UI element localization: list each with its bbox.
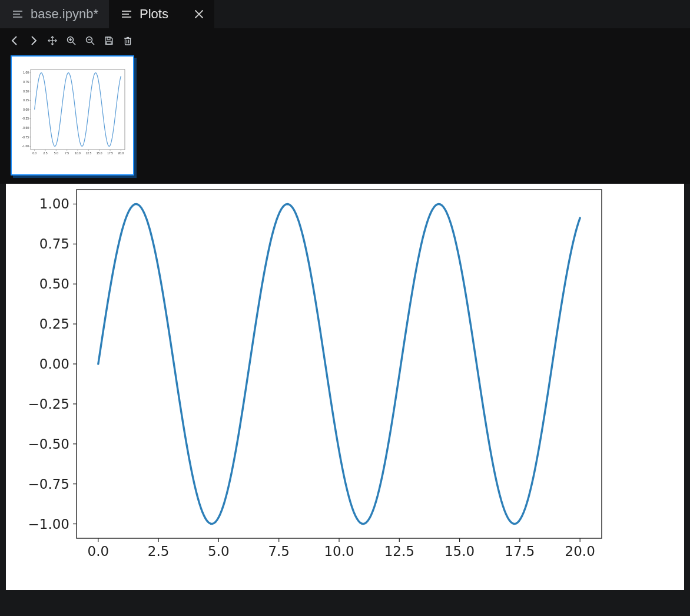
previous-plot-button[interactable]: [8, 34, 21, 47]
tab-bar: base.ipynb* Plots: [0, 0, 690, 28]
pan-button[interactable]: [46, 34, 59, 47]
zoom-in-button[interactable]: [65, 34, 78, 47]
svg-text:0.50: 0.50: [23, 90, 29, 93]
y-tick-label: −1.00: [28, 516, 69, 532]
svg-text:12.5: 12.5: [85, 151, 91, 155]
line-chart: 1.000.750.500.250.00−0.25−0.50−0.75−1.00…: [6, 184, 684, 590]
svg-text:10.0: 10.0: [75, 151, 81, 155]
svg-rect-24: [31, 69, 125, 150]
next-plot-button[interactable]: [27, 34, 40, 47]
y-tick-label: 0.00: [39, 356, 69, 372]
x-tick-label: 17.5: [505, 544, 535, 559]
x-tick-label: 5.0: [208, 544, 230, 559]
svg-text:17.5: 17.5: [107, 151, 113, 155]
y-tick-label: 0.50: [39, 276, 69, 292]
plots-window: base.ipynb* Plots: [0, 0, 690, 616]
plot-thumbnails-panel: 1.000.750.500.250.00-0.25-0.50-0.75-1.00…: [0, 52, 690, 184]
lines-icon: [122, 10, 132, 18]
x-tick-label: 10.0: [324, 544, 354, 559]
svg-rect-19: [125, 38, 131, 45]
svg-text:0.75: 0.75: [23, 80, 29, 84]
tab-label: base.ipynb*: [31, 6, 98, 22]
plot-thumbnail[interactable]: 1.000.750.500.250.00-0.25-0.50-0.75-1.00…: [11, 55, 134, 175]
y-tick-label: −0.50: [28, 436, 69, 452]
y-tick-label: −0.25: [28, 396, 69, 412]
svg-rect-18: [107, 41, 111, 44]
delete-button[interactable]: [121, 34, 134, 47]
y-tick-label: 0.25: [39, 316, 69, 332]
tab-label: Plots: [140, 6, 168, 22]
svg-line-15: [92, 42, 95, 45]
plots-toolbar: [0, 28, 690, 52]
svg-text:-0.50: -0.50: [22, 126, 29, 130]
svg-rect-61: [77, 190, 602, 538]
svg-text:1.00: 1.00: [23, 71, 29, 74]
svg-text:0.0: 0.0: [32, 151, 37, 155]
y-tick-label: 1.00: [39, 196, 69, 211]
svg-text:20.0: 20.0: [118, 151, 124, 155]
svg-text:-1.00: -1.00: [22, 144, 29, 148]
save-button[interactable]: [102, 34, 115, 47]
data-line: [98, 204, 580, 524]
svg-text:5.0: 5.0: [54, 151, 58, 155]
close-icon[interactable]: [194, 9, 204, 19]
svg-text:0.00: 0.00: [23, 108, 29, 111]
svg-rect-17: [107, 37, 110, 39]
zoom-out-button[interactable]: [84, 34, 97, 47]
lines-icon: [13, 10, 24, 18]
svg-text:2.5: 2.5: [43, 151, 47, 155]
main-plot-area: 1.000.750.500.250.00−0.25−0.50−0.75−1.00…: [6, 184, 684, 590]
x-tick-label: 12.5: [384, 544, 414, 559]
tab-plots[interactable]: Plots: [109, 0, 214, 28]
x-tick-label: 0.0: [88, 544, 110, 559]
x-tick-label: 2.5: [148, 544, 170, 559]
tab-base-ipynb[interactable]: base.ipynb*: [0, 0, 109, 28]
svg-line-11: [73, 42, 76, 45]
svg-text:7.5: 7.5: [65, 151, 69, 155]
svg-text:15.0: 15.0: [97, 151, 102, 155]
x-tick-label: 20.0: [565, 544, 595, 559]
svg-text:-0.75: -0.75: [22, 135, 29, 139]
svg-text:0.25: 0.25: [23, 98, 29, 102]
x-tick-label: 15.0: [444, 544, 475, 559]
x-tick-label: 7.5: [268, 544, 290, 559]
thumbnail-chart: 1.000.750.500.250.00-0.25-0.50-0.75-1.00…: [16, 61, 128, 170]
y-tick-label: −0.75: [28, 476, 69, 492]
y-tick-label: 0.75: [39, 236, 69, 251]
svg-text:-0.25: -0.25: [22, 117, 29, 120]
